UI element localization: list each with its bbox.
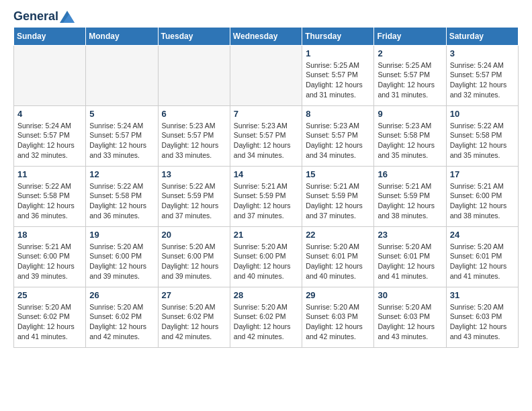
day-number: 6 [162, 109, 226, 119]
calendar-cell: 9Sunrise: 5:23 AMSunset: 5:58 PMDaylight… [374, 105, 446, 166]
logo-icon [60, 11, 75, 23]
calendar-cell: 15Sunrise: 5:21 AMSunset: 5:59 PMDayligh… [302, 166, 374, 226]
calendar-cell: 12Sunrise: 5:22 AMSunset: 5:58 PMDayligh… [86, 166, 158, 226]
calendar-cell: 25Sunrise: 5:20 AMSunset: 6:02 PMDayligh… [14, 287, 86, 347]
calendar-week-4: 18Sunrise: 5:21 AMSunset: 6:00 PMDayligh… [14, 226, 519, 287]
day-number: 19 [89, 230, 154, 240]
calendar-cell: 7Sunrise: 5:23 AMSunset: 5:57 PMDaylight… [230, 105, 302, 166]
day-info: Sunrise: 5:20 AMSunset: 6:01 PMDaylight:… [306, 242, 370, 281]
calendar-cell: 30Sunrise: 5:20 AMSunset: 6:03 PMDayligh… [374, 287, 446, 347]
weekday-row: SundayMondayTuesdayWednesdayThursdayFrid… [14, 27, 519, 45]
day-number: 25 [17, 290, 82, 300]
day-number: 31 [450, 290, 515, 300]
calendar-cell: 16Sunrise: 5:21 AMSunset: 5:59 PMDayligh… [374, 166, 446, 226]
day-info: Sunrise: 5:21 AMSunset: 5:59 PMDaylight:… [306, 181, 370, 221]
weekday-header-tuesday: Tuesday [158, 27, 230, 45]
calendar-cell: 28Sunrise: 5:20 AMSunset: 6:02 PMDayligh… [230, 287, 302, 347]
calendar-week-1: 1Sunrise: 5:25 AMSunset: 5:57 PMDaylight… [14, 45, 519, 105]
calendar-cell: 1Sunrise: 5:25 AMSunset: 5:57 PMDaylight… [302, 45, 374, 105]
calendar-cell: 19Sunrise: 5:20 AMSunset: 6:00 PMDayligh… [86, 226, 158, 287]
day-number: 8 [306, 109, 370, 119]
day-number: 1 [306, 48, 370, 58]
day-number: 24 [450, 230, 515, 240]
day-number: 23 [378, 230, 442, 240]
day-number: 7 [234, 109, 298, 119]
day-number: 28 [234, 290, 298, 300]
day-number: 20 [162, 230, 226, 240]
calendar-cell: 18Sunrise: 5:21 AMSunset: 6:00 PMDayligh… [14, 226, 86, 287]
day-number: 30 [378, 290, 442, 300]
calendar-cell: 20Sunrise: 5:20 AMSunset: 6:00 PMDayligh… [158, 226, 230, 287]
calendar-cell: 27Sunrise: 5:20 AMSunset: 6:02 PMDayligh… [158, 287, 230, 347]
day-number: 11 [17, 169, 82, 179]
day-number: 27 [162, 290, 226, 300]
calendar-cell: 17Sunrise: 5:21 AMSunset: 6:00 PMDayligh… [446, 166, 518, 226]
day-info: Sunrise: 5:22 AMSunset: 5:58 PMDaylight:… [450, 121, 515, 161]
calendar-cell: 13Sunrise: 5:22 AMSunset: 5:59 PMDayligh… [158, 166, 230, 226]
day-info: Sunrise: 5:23 AMSunset: 5:57 PMDaylight:… [306, 121, 370, 161]
calendar-cell: 3Sunrise: 5:24 AMSunset: 5:57 PMDaylight… [446, 45, 518, 105]
calendar-cell: 14Sunrise: 5:21 AMSunset: 5:59 PMDayligh… [230, 166, 302, 226]
calendar-cell [158, 45, 230, 105]
day-number: 18 [17, 230, 82, 240]
day-number: 17 [450, 169, 515, 179]
day-info: Sunrise: 5:22 AMSunset: 5:59 PMDaylight:… [162, 181, 226, 221]
weekday-header-thursday: Thursday [302, 27, 374, 45]
day-info: Sunrise: 5:23 AMSunset: 5:58 PMDaylight:… [378, 121, 442, 161]
calendar-cell: 21Sunrise: 5:20 AMSunset: 6:00 PMDayligh… [230, 226, 302, 287]
calendar-cell: 5Sunrise: 5:24 AMSunset: 5:57 PMDaylight… [86, 105, 158, 166]
day-info: Sunrise: 5:20 AMSunset: 6:03 PMDaylight:… [450, 302, 515, 342]
day-info: Sunrise: 5:25 AMSunset: 5:57 PMDaylight:… [378, 60, 442, 100]
calendar-cell: 8Sunrise: 5:23 AMSunset: 5:57 PMDaylight… [302, 105, 374, 166]
day-info: Sunrise: 5:20 AMSunset: 6:02 PMDaylight:… [162, 302, 226, 342]
calendar-table: SundayMondayTuesdayWednesdayThursdayFrid… [13, 27, 519, 348]
day-number: 12 [89, 169, 154, 179]
page-container: General SundayMondayTuesdayWednesdayThur… [0, 0, 532, 358]
calendar-week-3: 11Sunrise: 5:22 AMSunset: 5:58 PMDayligh… [14, 166, 519, 226]
weekday-header-friday: Friday [374, 27, 446, 45]
day-info: Sunrise: 5:20 AMSunset: 6:01 PMDaylight:… [450, 242, 515, 281]
logo: General [13, 10, 75, 24]
day-info: Sunrise: 5:24 AMSunset: 5:57 PMDaylight:… [450, 60, 515, 100]
day-info: Sunrise: 5:21 AMSunset: 6:00 PMDaylight:… [450, 181, 515, 221]
calendar-cell: 2Sunrise: 5:25 AMSunset: 5:57 PMDaylight… [374, 45, 446, 105]
day-info: Sunrise: 5:23 AMSunset: 5:57 PMDaylight:… [234, 121, 298, 161]
weekday-header-sunday: Sunday [14, 27, 86, 45]
day-info: Sunrise: 5:21 AMSunset: 5:59 PMDaylight:… [378, 181, 442, 221]
day-info: Sunrise: 5:20 AMSunset: 6:02 PMDaylight:… [17, 302, 82, 342]
day-info: Sunrise: 5:20 AMSunset: 6:03 PMDaylight:… [306, 302, 370, 342]
day-number: 13 [162, 169, 226, 179]
day-info: Sunrise: 5:24 AMSunset: 5:57 PMDaylight:… [17, 121, 82, 161]
day-number: 2 [378, 48, 442, 58]
weekday-header-wednesday: Wednesday [230, 27, 302, 45]
calendar-cell: 31Sunrise: 5:20 AMSunset: 6:03 PMDayligh… [446, 287, 518, 347]
day-info: Sunrise: 5:20 AMSunset: 6:00 PMDaylight:… [234, 242, 298, 281]
day-number: 16 [378, 169, 442, 179]
calendar-cell: 4Sunrise: 5:24 AMSunset: 5:57 PMDaylight… [14, 105, 86, 166]
calendar-cell: 24Sunrise: 5:20 AMSunset: 6:01 PMDayligh… [446, 226, 518, 287]
day-number: 4 [17, 109, 82, 119]
day-info: Sunrise: 5:20 AMSunset: 6:00 PMDaylight:… [89, 242, 154, 281]
calendar-cell: 22Sunrise: 5:20 AMSunset: 6:01 PMDayligh… [302, 226, 374, 287]
calendar-cell: 26Sunrise: 5:20 AMSunset: 6:02 PMDayligh… [86, 287, 158, 347]
calendar-cell: 29Sunrise: 5:20 AMSunset: 6:03 PMDayligh… [302, 287, 374, 347]
day-info: Sunrise: 5:20 AMSunset: 6:02 PMDaylight:… [89, 302, 154, 342]
calendar-cell: 6Sunrise: 5:23 AMSunset: 5:57 PMDaylight… [158, 105, 230, 166]
day-number: 21 [234, 230, 298, 240]
calendar-body: 1Sunrise: 5:25 AMSunset: 5:57 PMDaylight… [14, 45, 519, 347]
calendar-cell [14, 45, 86, 105]
day-info: Sunrise: 5:20 AMSunset: 6:01 PMDaylight:… [378, 242, 442, 281]
day-number: 3 [450, 48, 515, 58]
weekday-header-monday: Monday [86, 27, 158, 45]
logo-text: General [13, 10, 58, 24]
day-info: Sunrise: 5:25 AMSunset: 5:57 PMDaylight:… [306, 60, 370, 100]
day-number: 15 [306, 169, 370, 179]
day-number: 10 [450, 109, 515, 119]
weekday-header-saturday: Saturday [446, 27, 518, 45]
day-info: Sunrise: 5:21 AMSunset: 6:00 PMDaylight:… [17, 242, 82, 281]
day-info: Sunrise: 5:24 AMSunset: 5:57 PMDaylight:… [89, 121, 154, 161]
day-info: Sunrise: 5:20 AMSunset: 6:02 PMDaylight:… [234, 302, 298, 342]
day-number: 26 [89, 290, 154, 300]
day-number: 22 [306, 230, 370, 240]
calendar-cell: 10Sunrise: 5:22 AMSunset: 5:58 PMDayligh… [446, 105, 518, 166]
